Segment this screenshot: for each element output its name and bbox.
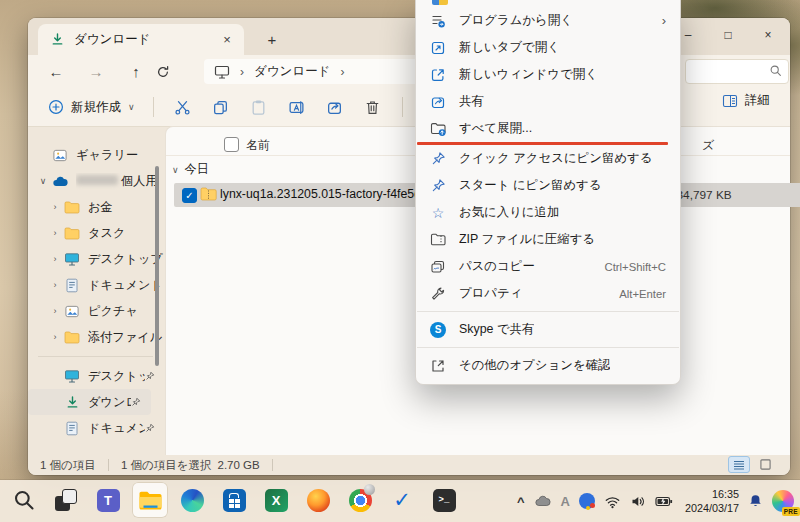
menu-item-share-skype[interactable]: S Skype で共有 bbox=[416, 316, 680, 343]
taskbar-edge-button[interactable] bbox=[174, 482, 210, 518]
details-layout-button[interactable] bbox=[728, 456, 750, 473]
taskbar-terminal-button[interactable]: >_ bbox=[426, 482, 462, 518]
menu-item-copy-path[interactable]: パスのコピー Ctrl+Shift+C bbox=[416, 253, 680, 280]
group-today[interactable]: ∨ 今日 bbox=[172, 161, 209, 178]
chevron-right-icon[interactable]: › bbox=[48, 228, 62, 238]
column-size-partial[interactable]: ズ bbox=[702, 137, 714, 154]
wifi-icon[interactable] bbox=[604, 494, 621, 509]
forward-button[interactable]: → bbox=[76, 63, 116, 80]
file-checkbox-checked[interactable]: ✓ bbox=[182, 188, 197, 203]
copilot-icon[interactable]: PRE bbox=[772, 490, 794, 512]
tray-onedrive-icon[interactable] bbox=[534, 495, 552, 507]
firefox-icon bbox=[307, 489, 330, 512]
selection-size: 2.70 GB bbox=[218, 459, 260, 471]
taskbar-file-explorer-button[interactable] bbox=[132, 482, 168, 518]
refresh-button[interactable] bbox=[156, 65, 196, 79]
crumb-folder[interactable]: ダウンロード bbox=[254, 63, 330, 80]
sidebar-item-documents-pinned[interactable]: ドキュメント bbox=[28, 415, 165, 441]
new-button[interactable]: 新規作成 ∨ bbox=[40, 92, 143, 122]
sidebar-item-tasks[interactable]: › タスク bbox=[28, 220, 165, 246]
menu-item-open-in-new-window[interactable]: 新しいウィンドウで開く bbox=[416, 61, 680, 88]
back-button[interactable]: ← bbox=[36, 63, 76, 80]
copy-button[interactable] bbox=[202, 92, 240, 122]
chevron-right-icon[interactable]: › bbox=[48, 306, 62, 316]
close-button[interactable]: × bbox=[748, 22, 788, 48]
tray-time: 16:35 bbox=[712, 488, 739, 500]
menu-item-properties[interactable]: プロパティ Alt+Enter bbox=[416, 280, 680, 307]
pin-icon bbox=[145, 423, 155, 433]
navigation-pane: ギャラリー ∨ 個人用 › お金 › タスク › bbox=[28, 126, 165, 455]
folder-icon bbox=[62, 331, 82, 344]
maximize-button[interactable]: □ bbox=[708, 22, 748, 48]
taskbar-firefox-button[interactable] bbox=[300, 482, 336, 518]
selection-count: 1 個の項目を選択 bbox=[121, 458, 212, 473]
tray-ime-indicator[interactable]: A bbox=[561, 494, 570, 509]
taskbar-search-button[interactable] bbox=[6, 482, 42, 518]
sidebar-item-okane[interactable]: › お金 bbox=[28, 194, 165, 220]
notification-bell-icon[interactable] bbox=[748, 493, 763, 509]
taskbar-chrome-button[interactable] bbox=[342, 482, 378, 518]
file-explorer-icon bbox=[138, 490, 163, 511]
details-panel-icon bbox=[722, 94, 738, 108]
menu-item-show-more-options[interactable]: その他のオプションを確認 bbox=[416, 352, 680, 379]
tab-downloads[interactable]: ダウンロード × bbox=[38, 24, 244, 55]
menu-item-share[interactable]: 共有 bbox=[416, 88, 680, 115]
chevron-right-icon[interactable]: › bbox=[48, 254, 62, 264]
menu-item-compress-to-zip[interactable]: ZIP ファイルに圧縮する bbox=[416, 226, 680, 253]
share-button[interactable] bbox=[316, 92, 354, 122]
context-menu-clipped-item[interactable] bbox=[416, 0, 680, 7]
menu-item-pin-to-start[interactable]: スタート にピン留めする bbox=[416, 172, 680, 199]
volume-icon[interactable] bbox=[630, 494, 646, 509]
taskbar-teams-button[interactable]: T bbox=[90, 482, 126, 518]
tray-chevron-up[interactable]: ^ bbox=[517, 494, 525, 509]
sidebar-item-documents[interactable]: › ドキュメント bbox=[28, 272, 165, 298]
taskbar-task-view-button[interactable] bbox=[48, 482, 84, 518]
sidebar-scrollbar[interactable] bbox=[155, 166, 159, 366]
sidebar-item-onedrive[interactable]: ∨ 個人用 bbox=[28, 168, 165, 194]
chevron-down-icon[interactable]: ∨ bbox=[36, 176, 50, 186]
pin-icon bbox=[429, 177, 447, 194]
new-tab-button[interactable]: + bbox=[260, 28, 284, 52]
delete-button[interactable] bbox=[354, 92, 392, 122]
chevron-right-icon[interactable]: › bbox=[48, 280, 62, 290]
shortcut-label: Alt+Enter bbox=[607, 288, 666, 300]
menu-item-open-in-new-tab[interactable]: 新しいタブで開く bbox=[416, 34, 680, 61]
cut-icon bbox=[174, 99, 191, 116]
select-all-checkbox[interactable] bbox=[224, 137, 239, 152]
tray-clock[interactable]: 16:35 2024/03/17 bbox=[685, 487, 739, 515]
document-icon bbox=[62, 278, 82, 293]
taskbar-excel-button[interactable]: X bbox=[258, 482, 294, 518]
paste-button[interactable] bbox=[240, 92, 278, 122]
menu-item-extract-all[interactable]: すべて展開... bbox=[416, 115, 680, 142]
taskbar-todo-button[interactable]: ✓ bbox=[384, 482, 420, 518]
sidebar-item-desktop-pinned[interactable]: デスクトップ bbox=[28, 363, 165, 389]
plus-circle-icon bbox=[48, 99, 64, 115]
cut-button[interactable] bbox=[164, 92, 202, 122]
sidebar-item-downloads[interactable]: ダウンロード bbox=[28, 389, 151, 415]
sidebar-item-pictures[interactable]: › ピクチャ bbox=[28, 298, 165, 324]
tray-app-icon[interactable] bbox=[579, 493, 595, 509]
chevron-right-icon[interactable]: › bbox=[48, 202, 62, 212]
zip-folder-icon bbox=[429, 231, 447, 248]
tab-close-icon[interactable]: × bbox=[218, 32, 236, 47]
item-count: 1 個の項目 bbox=[40, 458, 96, 473]
icons-layout-button[interactable] bbox=[754, 456, 776, 473]
menu-item-pin-to-quick-access[interactable]: クイック アクセスにピン留めする bbox=[416, 145, 680, 172]
details-view-button[interactable]: 詳細 bbox=[722, 92, 770, 109]
clipped-item-icon bbox=[432, 0, 448, 5]
rename-icon bbox=[288, 99, 305, 116]
sidebar-item-desktop[interactable]: › デスクトップ bbox=[28, 246, 165, 272]
chevron-right-icon[interactable]: › bbox=[48, 332, 62, 342]
taskbar-store-button[interactable] bbox=[216, 482, 252, 518]
up-button[interactable]: ↑ bbox=[116, 63, 156, 80]
menu-item-open-with[interactable]: プログラムから開く › bbox=[416, 7, 680, 34]
more-options-icon bbox=[429, 357, 447, 374]
battery-charging-icon[interactable] bbox=[655, 494, 673, 509]
rename-button[interactable] bbox=[278, 92, 316, 122]
column-name[interactable]: 名前 bbox=[246, 137, 270, 154]
sidebar-item-gallery[interactable]: ギャラリー bbox=[28, 142, 165, 168]
menu-item-add-to-favorites[interactable]: ☆ お気に入りに追加 bbox=[416, 199, 680, 226]
sidebar-item-attachments[interactable]: › 添付ファイル bbox=[28, 324, 165, 350]
menu-separator bbox=[417, 347, 679, 348]
search-input[interactable] bbox=[685, 59, 789, 84]
